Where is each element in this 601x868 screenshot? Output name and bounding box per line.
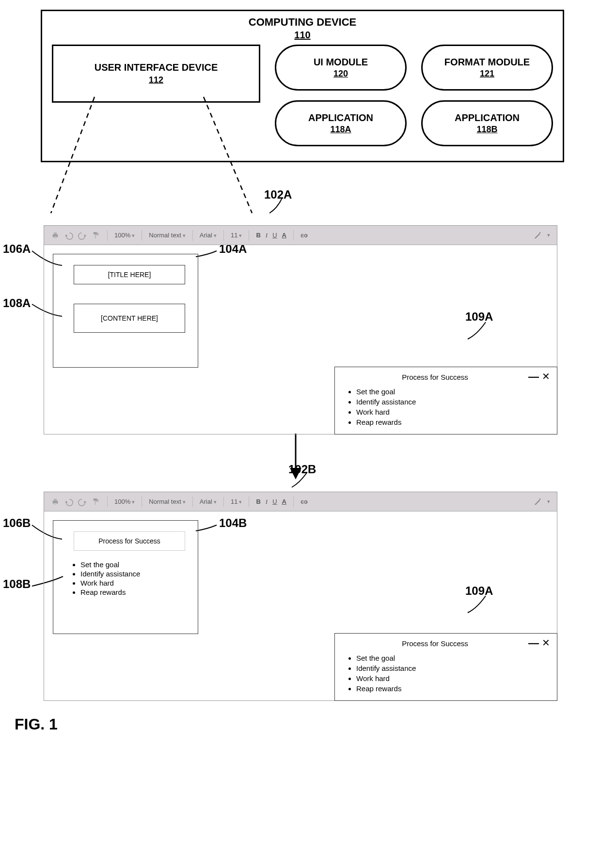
ui-module-ref: 120 <box>333 69 348 79</box>
computing-device-title: COMPUTING DEVICE <box>52 16 553 29</box>
redo-icon[interactable] <box>78 497 87 506</box>
link-button[interactable]: c̵o̵ <box>300 232 308 239</box>
edit-mode-icon[interactable] <box>534 497 542 506</box>
source-popup-b[interactable]: Process for Success — ✕ Set the goal Ide… <box>334 633 557 701</box>
title-box-filled[interactable]: Process for Success <box>74 531 185 551</box>
application-a-pill: APPLICATION 118A <box>275 100 407 146</box>
user-interface-device-box: USER INTERFACE DEVICE 112 <box>52 45 260 103</box>
italic-button[interactable]: I <box>266 498 268 506</box>
textcolor-button[interactable]: A <box>282 498 286 505</box>
svg-rect-11 <box>94 498 97 501</box>
ref-106b: 106B <box>3 516 31 530</box>
textcolor-button[interactable]: A <box>282 232 286 239</box>
svg-rect-5 <box>54 236 57 238</box>
svg-rect-7 <box>539 232 541 233</box>
font-dropdown[interactable]: Arial <box>200 498 217 505</box>
ref-106a: 106A <box>3 242 31 256</box>
bold-button[interactable]: B <box>256 232 260 239</box>
style-dropdown[interactable]: Normal text <box>149 498 186 505</box>
popup-item: Reap rewards <box>356 418 550 426</box>
edit-mode-caret-icon[interactable]: ▾ <box>547 498 550 505</box>
ui-module-title: UI MODULE <box>314 57 368 68</box>
popup-item: Identify assistance <box>356 398 550 406</box>
list-item: Reap rewards <box>80 588 190 596</box>
popup-item: Identify assistance <box>356 664 550 672</box>
svg-rect-12 <box>539 498 541 499</box>
fontsize-dropdown[interactable]: 11 <box>231 498 242 505</box>
svg-rect-6 <box>94 232 97 234</box>
ref-102b: 102B <box>288 463 316 476</box>
minimize-icon[interactable]: — <box>528 373 539 380</box>
print-icon[interactable] <box>51 497 60 506</box>
svg-rect-9 <box>54 499 57 501</box>
document-page-b[interactable]: Process for Success Set the goal Identif… <box>53 520 198 634</box>
print-icon[interactable] <box>51 231 60 240</box>
uid-ref: 112 <box>149 75 163 85</box>
redo-icon[interactable] <box>78 231 87 240</box>
figure-label: FIG. 1 <box>15 715 591 733</box>
ref-108a: 108A <box>3 296 31 310</box>
undo-icon[interactable] <box>64 231 73 240</box>
list-item: Identify assistance <box>80 570 190 578</box>
undo-icon[interactable] <box>64 497 73 506</box>
svg-rect-10 <box>54 503 57 505</box>
format-module-title: FORMAT MODULE <box>444 57 530 68</box>
font-dropdown[interactable]: Arial <box>200 232 217 239</box>
computing-device-box: COMPUTING DEVICE 110 USER INTERFACE DEVI… <box>41 10 564 162</box>
document-content-list[interactable]: Set the goal Identify assistance Work ha… <box>80 560 190 596</box>
list-item: Work hard <box>80 579 190 587</box>
bold-button[interactable]: B <box>256 498 260 505</box>
style-dropdown[interactable]: Normal text <box>149 232 186 239</box>
popup-list: Set the goal Identify assistance Work ha… <box>356 654 550 693</box>
editor-window-b: 100% Normal text Arial 11 B I U A c̵o̵ ▾… <box>44 492 557 701</box>
close-icon[interactable]: ✕ <box>542 637 550 649</box>
edit-mode-icon[interactable] <box>534 231 542 240</box>
edit-mode-caret-icon[interactable]: ▾ <box>547 232 550 238</box>
application-b-title: APPLICATION <box>455 112 520 124</box>
ref-102a: 102A <box>264 188 292 202</box>
toolbar-a: 100% Normal text Arial 11 B I U A c̵o̵ ▾ <box>44 226 557 245</box>
list-item: Set the goal <box>80 560 190 569</box>
format-module-pill: FORMAT MODULE 121 <box>421 45 553 91</box>
toolbar-b: 100% Normal text Arial 11 B I U A c̵o̵ ▾ <box>44 492 557 512</box>
close-icon[interactable]: ✕ <box>542 371 550 382</box>
underline-button[interactable]: U <box>272 498 277 505</box>
editor-window-a: 100% Normal text Arial 11 B I U A c̵o̵ ▾… <box>44 225 557 434</box>
content-placeholder-box[interactable]: [CONTENT HERE] <box>74 304 185 333</box>
title-placeholder-box[interactable]: [TITLE HERE] <box>74 265 185 284</box>
application-a-title: APPLICATION <box>308 112 373 124</box>
application-b-ref: 118B <box>476 124 497 135</box>
popup-title: Process for Success <box>342 373 528 381</box>
ref-108b: 108B <box>3 577 31 591</box>
link-button[interactable]: c̵o̵ <box>300 498 308 505</box>
popup-item: Reap rewards <box>356 684 550 693</box>
popup-list: Set the goal Identify assistance Work ha… <box>356 388 550 426</box>
paint-format-icon[interactable] <box>92 497 100 506</box>
uid-title: USER INTERFACE DEVICE <box>95 62 218 73</box>
italic-button[interactable]: I <box>266 232 268 239</box>
fontsize-dropdown[interactable]: 11 <box>231 232 242 239</box>
format-module-ref: 121 <box>480 69 494 79</box>
computing-device-ref: 110 <box>52 30 553 41</box>
zoom-dropdown[interactable]: 100% <box>114 232 135 239</box>
popup-item: Set the goal <box>356 654 550 662</box>
underline-button[interactable]: U <box>272 232 277 239</box>
ui-module-pill: UI MODULE 120 <box>275 45 407 91</box>
minimize-icon[interactable]: — <box>528 640 539 647</box>
popup-item: Work hard <box>356 674 550 682</box>
popup-title: Process for Success <box>342 639 528 648</box>
application-b-pill: APPLICATION 118B <box>421 100 553 146</box>
popup-item: Work hard <box>356 408 550 416</box>
source-popup-a[interactable]: Process for Success — ✕ Set the goal Ide… <box>334 367 557 434</box>
paint-format-icon[interactable] <box>92 231 100 240</box>
svg-rect-4 <box>54 232 57 234</box>
application-a-ref: 118A <box>330 124 351 135</box>
document-page-a[interactable]: [TITLE HERE] [CONTENT HERE] <box>53 254 198 368</box>
zoom-dropdown[interactable]: 100% <box>114 498 135 505</box>
popup-item: Set the goal <box>356 388 550 396</box>
